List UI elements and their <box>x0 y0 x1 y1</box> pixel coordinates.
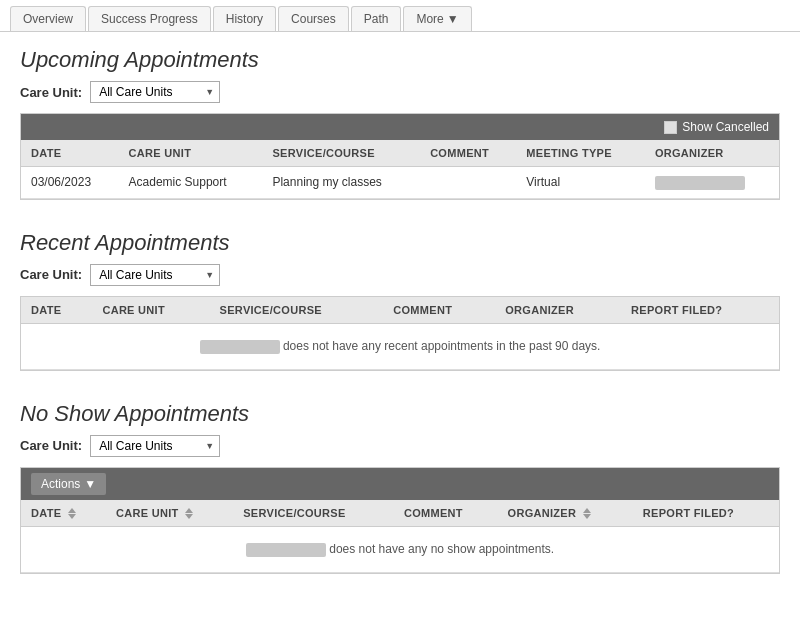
show-cancelled-label: Show Cancelled <box>682 120 769 134</box>
noshow-col-comment: COMMENT <box>394 500 498 527</box>
noshow-col-organizer: ORGANIZER <box>498 500 633 527</box>
noshow-table-container: Actions ▼ DATE C <box>20 467 780 574</box>
noshow-care-unit-label: Care Unit: <box>20 438 82 453</box>
upcoming-care-unit-row: Care Unit: All Care Units <box>20 81 780 103</box>
recent-title: Recent Appointments <box>20 230 780 256</box>
tab-courses[interactable]: Courses <box>278 6 349 31</box>
noshow-appointments-section: No Show Appointments Care Unit: All Care… <box>20 401 780 574</box>
noshow-actions-bar: Actions ▼ <box>21 468 779 500</box>
recent-care-unit-select[interactable]: All Care Units <box>90 264 220 286</box>
noshow-blurred-name <box>246 543 326 557</box>
upcoming-meeting-type-cell: Virtual <box>516 167 645 199</box>
tab-history[interactable]: History <box>213 6 276 31</box>
noshow-col-service-course: SERVICE/COURSE <box>233 500 394 527</box>
recent-care-unit-row: Care Unit: All Care Units <box>20 264 780 286</box>
recent-blurred-name <box>200 340 280 354</box>
noshow-care-unit-select-wrapper: All Care Units <box>90 435 220 457</box>
tab-overview[interactable]: Overview <box>10 6 86 31</box>
main-content: Upcoming Appointments Care Unit: All Car… <box>0 32 800 619</box>
upcoming-appointments-section: Upcoming Appointments Care Unit: All Car… <box>20 47 780 200</box>
upcoming-col-meeting-type: MEETING TYPE <box>516 140 645 167</box>
recent-col-organizer: ORGANIZER <box>495 297 621 324</box>
noshow-title: No Show Appointments <box>20 401 780 427</box>
chevron-down-icon: ▼ <box>447 12 459 26</box>
noshow-empty-row: does not have any no show appointments. <box>21 527 779 573</box>
show-cancelled-checkbox[interactable] <box>664 121 677 134</box>
upcoming-col-service-course: SERVICE/COURSE <box>262 140 420 167</box>
recent-care-unit-label: Care Unit: <box>20 267 82 282</box>
upcoming-service-cell: Planning my classes <box>262 167 420 199</box>
actions-button-label: Actions <box>41 477 80 491</box>
upcoming-care-unit-cell: Academic Support <box>119 167 263 199</box>
upcoming-col-care-unit: CARE UNIT <box>119 140 263 167</box>
upcoming-organizer-cell <box>645 167 779 199</box>
tab-more-label: More <box>416 12 443 26</box>
tab-path[interactable]: Path <box>351 6 402 31</box>
sort-date-icon[interactable] <box>68 508 76 519</box>
noshow-empty-message: does not have any no show appointments. <box>329 542 554 556</box>
show-cancelled-toggle[interactable]: Show Cancelled <box>664 120 769 134</box>
recent-col-service-course: SERVICE/COURSE <box>210 297 384 324</box>
upcoming-table-header-bar: Show Cancelled <box>21 114 779 140</box>
recent-empty-row: does not have any recent appointments in… <box>21 323 779 369</box>
noshow-col-report-filed: REPORT FILED? <box>633 500 779 527</box>
organizer-blurred <box>655 176 745 190</box>
noshow-empty-cell: does not have any no show appointments. <box>21 527 779 573</box>
noshow-table: DATE CARE UNIT <box>21 500 779 573</box>
table-row: 03/06/2023 Academic Support Planning my … <box>21 167 779 199</box>
upcoming-care-unit-select-wrapper: All Care Units <box>90 81 220 103</box>
chevron-down-icon: ▼ <box>84 477 96 491</box>
noshow-col-date: DATE <box>21 500 106 527</box>
upcoming-care-unit-label: Care Unit: <box>20 85 82 100</box>
upcoming-comment-cell <box>420 167 516 199</box>
noshow-care-unit-select[interactable]: All Care Units <box>90 435 220 457</box>
recent-empty-cell: does not have any recent appointments in… <box>21 323 779 369</box>
noshow-table-header-row: DATE CARE UNIT <box>21 500 779 527</box>
recent-col-date: DATE <box>21 297 92 324</box>
upcoming-table: DATE CARE UNIT SERVICE/COURSE COMMENT ME… <box>21 140 779 199</box>
upcoming-table-header-row: DATE CARE UNIT SERVICE/COURSE COMMENT ME… <box>21 140 779 167</box>
recent-table-header-row: DATE CARE UNIT SERVICE/COURSE COMMENT OR… <box>21 297 779 324</box>
actions-button[interactable]: Actions ▼ <box>31 473 106 495</box>
recent-col-comment: COMMENT <box>383 297 495 324</box>
tab-success-progress[interactable]: Success Progress <box>88 6 211 31</box>
noshow-col-care-unit: CARE UNIT <box>106 500 233 527</box>
recent-care-unit-select-wrapper: All Care Units <box>90 264 220 286</box>
upcoming-title: Upcoming Appointments <box>20 47 780 73</box>
upcoming-col-date: DATE <box>21 140 119 167</box>
sort-organizer-icon[interactable] <box>583 508 591 519</box>
upcoming-table-container: Show Cancelled DATE CARE UNIT SERVICE/CO… <box>20 113 780 200</box>
upcoming-care-unit-select[interactable]: All Care Units <box>90 81 220 103</box>
recent-col-care-unit: CARE UNIT <box>92 297 209 324</box>
tab-more[interactable]: More ▼ <box>403 6 471 31</box>
recent-table: DATE CARE UNIT SERVICE/COURSE COMMENT OR… <box>21 297 779 370</box>
upcoming-col-comment: COMMENT <box>420 140 516 167</box>
upcoming-date-cell: 03/06/2023 <box>21 167 119 199</box>
recent-col-report-filed: REPORT FILED? <box>621 297 779 324</box>
noshow-care-unit-row: Care Unit: All Care Units <box>20 435 780 457</box>
upcoming-col-organizer: ORGANIZER <box>645 140 779 167</box>
top-navigation: Overview Success Progress History Course… <box>0 0 800 32</box>
recent-table-container: DATE CARE UNIT SERVICE/COURSE COMMENT OR… <box>20 296 780 371</box>
sort-care-unit-icon[interactable] <box>185 508 193 519</box>
recent-appointments-section: Recent Appointments Care Unit: All Care … <box>20 230 780 371</box>
recent-empty-message: does not have any recent appointments in… <box>283 339 601 353</box>
